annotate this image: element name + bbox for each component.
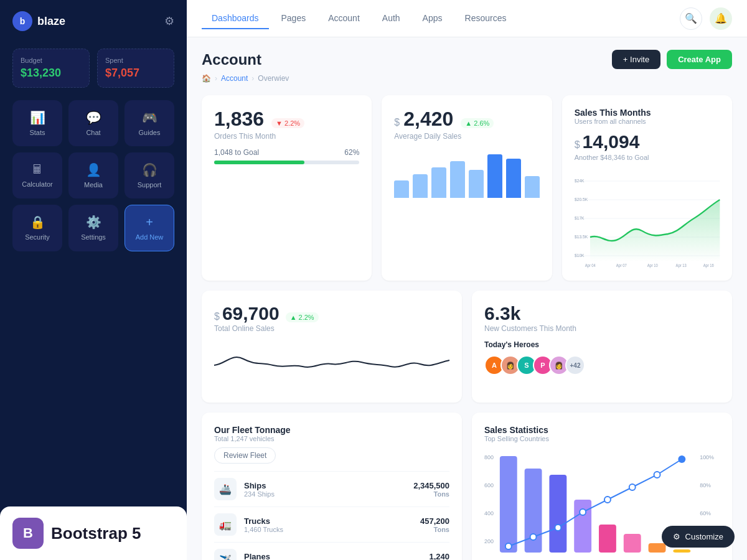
sidebar-item-security[interactable]: 🔒 Security	[12, 205, 62, 251]
main-content: Dashboards Pages Account Auth Apps Resou…	[187, 0, 747, 560]
trucks-unit: Tons	[420, 526, 449, 533]
notification-button[interactable]: 🔔	[710, 7, 732, 30]
bootstrap-title: Bootstrap 5	[51, 524, 141, 543]
svg-text:Apr 07: Apr 07	[616, 263, 627, 268]
dollar-sup: $	[575, 139, 580, 151]
breadcrumb: 🏠 › Account › Overwiev	[202, 74, 732, 83]
sidebar-item-label: Settings	[81, 233, 106, 241]
svg-text:200: 200	[484, 538, 494, 544]
breadcrumb-home[interactable]: 🏠	[202, 74, 211, 83]
daily-sales-label: Average Daily Sales	[394, 132, 539, 141]
ships-icon: 🚢	[214, 478, 237, 500]
sidebar-menu-icon[interactable]: ⚙	[164, 14, 174, 28]
svg-text:Apr 13: Apr 13	[675, 263, 687, 268]
sidebar: b blaze ⚙ Budget $13,230 Spent $7,057 📊 …	[0, 0, 187, 560]
svg-text:Apr 04: Apr 04	[585, 263, 596, 268]
content-area: Account + Invite Create App 🏠 › Account …	[187, 37, 747, 560]
sidebar-item-label: Media	[84, 181, 103, 189]
avatar-count: +42	[565, 355, 585, 375]
svg-rect-21	[549, 475, 566, 553]
svg-text:$20.5K: $20.5K	[575, 196, 588, 202]
stats-grid: 1,836 ▼ 2.2% Orders This Month 1,048 to …	[202, 95, 732, 281]
fleet-row-planes: ✈️ Planes 8 Aircrafts 1,240 Tons	[214, 542, 449, 560]
nav-link-pages[interactable]: Pages	[271, 8, 316, 29]
sidebar-item-chat[interactable]: 💬 Chat	[68, 100, 118, 146]
nav-link-apps[interactable]: Apps	[413, 8, 453, 29]
search-button[interactable]: 🔍	[680, 7, 702, 30]
goal-label: 1,048 to Goal	[214, 148, 259, 157]
fleet-card: Our Fleet Tonnage Total 1,247 vehicles R…	[202, 413, 462, 560]
settings-icon: ⚙️	[86, 215, 101, 230]
sidebar-item-add-new[interactable]: + Add New	[125, 205, 174, 251]
svg-text:80%: 80%	[700, 482, 711, 488]
svg-point-31	[505, 543, 512, 549]
svg-text:400: 400	[484, 510, 494, 516]
sidebar-item-stats[interactable]: 📊 Stats	[12, 100, 62, 146]
new-customers-card: 6.3k New Customers This Month Today's He…	[472, 291, 732, 403]
fleet-row-ships: 🚢 Ships 234 Ships 2,345,500 Tons	[214, 471, 449, 506]
sales-month-subtitle: Users from all channels	[575, 118, 720, 125]
svg-text:600: 600	[484, 482, 494, 488]
customize-icon: ⚙	[673, 532, 680, 541]
nav-link-dashboards[interactable]: Dashboards	[202, 8, 269, 29]
avatars-row: A 👩 S P 👩 +42	[484, 355, 720, 375]
trucks-name: Trucks	[244, 516, 283, 526]
logo-icon: b	[12, 11, 32, 31]
sidebar-item-label: Add New	[136, 233, 164, 241]
down-arrow-icon: ▼	[276, 119, 283, 127]
svg-text:Apr 10: Apr 10	[647, 263, 658, 268]
top-nav: Dashboards Pages Account Auth Apps Resou…	[187, 0, 747, 37]
sales-month-title: Sales This Months	[575, 108, 720, 118]
planes-name: Planes	[244, 552, 275, 561]
sidebar-item-settings[interactable]: ⚙️ Settings	[68, 205, 118, 251]
nav-link-auth[interactable]: Auth	[372, 8, 410, 29]
ships-unit: Tons	[413, 490, 449, 498]
wave-chart	[214, 340, 449, 390]
logo-area: b blaze	[12, 11, 65, 31]
nav-link-resources[interactable]: Resources	[455, 8, 517, 29]
bootstrap-card: B Bootstrap 5	[0, 506, 187, 560]
trucks-value: 457,200	[420, 516, 449, 526]
sales-stats-title: Sales Statistics	[484, 425, 720, 435]
customers-label: New Customers This Month	[484, 324, 720, 333]
page-header: Account + Invite Create App	[202, 50, 732, 69]
fleet-subtitle: Total 1,247 vehicles	[214, 435, 449, 442]
trucks-icon: 🚛	[214, 513, 237, 536]
sidebar-item-label: Guides	[139, 129, 161, 136]
svg-rect-24	[624, 534, 641, 553]
sidebar-item-support[interactable]: 🎧 Support	[125, 152, 174, 198]
guides-icon: 🎮	[142, 110, 157, 125]
invite-button[interactable]: + Invite	[612, 50, 660, 69]
create-app-button[interactable]: Create App	[667, 50, 732, 69]
progress-fill	[214, 161, 304, 164]
breadcrumb-sep2: ›	[251, 74, 254, 83]
bar-3	[431, 167, 446, 198]
orders-number: 1,836	[214, 108, 264, 131]
nav-link-account[interactable]: Account	[318, 8, 370, 29]
review-fleet-button[interactable]: Review Fleet	[214, 447, 276, 464]
second-row: $ 69,700 ▲ 2.2% Total Online Sales	[202, 291, 732, 403]
svg-point-38	[678, 455, 685, 463]
sidebar-item-guides[interactable]: 🎮 Guides	[125, 100, 174, 146]
sidebar-item-calculator[interactable]: 🖩 Calculator	[12, 152, 62, 198]
breadcrumb-current: Overwiev	[258, 74, 289, 83]
customers-number: 6.3k	[484, 303, 720, 324]
sidebar-item-media[interactable]: 👤 Media	[68, 152, 118, 198]
svg-rect-26	[673, 549, 690, 553]
fleet-row-trucks: 🚛 Trucks 1,460 Trucks 457,200 Tons	[214, 506, 449, 542]
page-title: Account	[202, 51, 261, 68]
svg-text:$24K: $24K	[575, 177, 585, 184]
heroes-label: Today's Heroes	[484, 340, 720, 349]
bar-4	[450, 161, 465, 198]
svg-text:800: 800	[484, 454, 494, 460]
bootstrap-logo: B	[12, 518, 44, 549]
planes-value: 1,240	[429, 552, 449, 561]
bottom-row: Our Fleet Tonnage Total 1,247 vehicles R…	[202, 413, 732, 560]
svg-text:$13.5K: $13.5K	[575, 233, 588, 240]
breadcrumb-account[interactable]: Account	[221, 74, 248, 83]
budget-row: Budget $13,230 Spent $7,057	[0, 42, 187, 100]
svg-text:$17K: $17K	[575, 215, 585, 221]
customize-button[interactable]: ⚙ Customize	[662, 526, 735, 548]
dollar-prefix: $	[394, 117, 400, 128]
online-sales-card: $ 69,700 ▲ 2.2% Total Online Sales	[202, 291, 462, 403]
